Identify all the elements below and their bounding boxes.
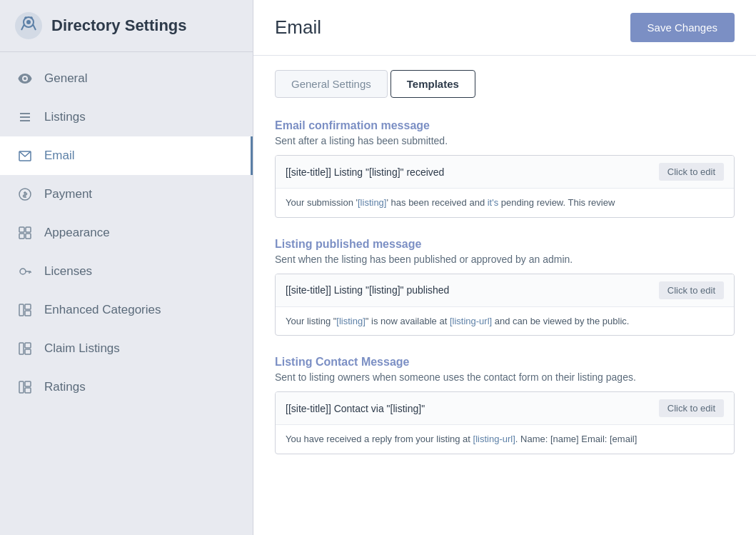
email-subject: [[site-title]] Contact via "[listing]" bbox=[286, 403, 425, 414]
sidebar-title: Directory Settings bbox=[51, 16, 187, 35]
email-subject: [[site-title]] Listing "[listing]" recei… bbox=[286, 166, 444, 178]
section-description: Sent when the listing has been published… bbox=[275, 254, 735, 265]
tab-general-settings[interactable]: General Settings bbox=[275, 70, 388, 98]
sidebar-item-email[interactable]: Email bbox=[0, 136, 253, 175]
section-title: Email confirmation message bbox=[275, 119, 735, 132]
sidebar-item-enhanced-categories[interactable]: Enhanced Categories bbox=[0, 291, 253, 329]
ratings-icon bbox=[17, 379, 33, 395]
sidebar-item-label: Licenses bbox=[44, 264, 92, 279]
grid-icon bbox=[17, 302, 33, 318]
sidebar: Directory Settings General Listings bbox=[0, 0, 253, 535]
svg-rect-12 bbox=[26, 227, 31, 232]
svg-rect-14 bbox=[26, 234, 31, 239]
email-preview-header: [[site-title]] Listing "[listing]" publi… bbox=[276, 274, 734, 307]
svg-point-2 bbox=[26, 20, 31, 24]
email-body-preview: Your submission '[listing]' has been rec… bbox=[276, 189, 734, 217]
sidebar-item-claim-listings[interactable]: Claim Listings bbox=[0, 329, 253, 368]
tabs-bar: General Settings Templates bbox=[253, 56, 756, 98]
claim-icon bbox=[17, 341, 33, 356]
gear-icon bbox=[17, 71, 33, 86]
tab-templates[interactable]: Templates bbox=[390, 70, 475, 98]
listing-contact-section: Listing Contact Message Sent to listing … bbox=[275, 356, 735, 454]
section-title: Listing Contact Message bbox=[275, 356, 735, 369]
app-logo bbox=[14, 11, 43, 40]
list-icon bbox=[17, 109, 33, 125]
svg-rect-13 bbox=[19, 234, 24, 239]
sidebar-item-payment[interactable]: Payment bbox=[0, 175, 253, 214]
svg-rect-23 bbox=[25, 343, 31, 348]
sidebar-item-general[interactable]: General bbox=[0, 59, 253, 98]
sidebar-item-label: Payment bbox=[44, 187, 92, 201]
sidebar-item-label: Ratings bbox=[44, 380, 86, 394]
click-to-edit-published[interactable]: Click to edit bbox=[659, 281, 724, 299]
sidebar-header: Directory Settings bbox=[0, 0, 253, 52]
key-icon bbox=[17, 264, 33, 279]
sidebar-item-label: Appearance bbox=[44, 226, 110, 240]
sidebar-item-appearance[interactable]: Appearance bbox=[0, 214, 253, 252]
svg-rect-26 bbox=[25, 381, 31, 386]
svg-point-0 bbox=[15, 12, 42, 39]
svg-rect-22 bbox=[19, 343, 24, 354]
sidebar-item-label: General bbox=[44, 71, 87, 86]
svg-rect-27 bbox=[25, 388, 31, 393]
listing-var: [listing] bbox=[336, 316, 365, 326]
email-subject: [[site-title]] Listing "[listing]" publi… bbox=[286, 284, 449, 296]
listing-var: [listing] bbox=[358, 197, 386, 208]
svg-rect-21 bbox=[25, 311, 31, 316]
svg-rect-25 bbox=[19, 381, 24, 393]
svg-rect-11 bbox=[19, 227, 24, 232]
email-preview-box-published: [[site-title]] Listing "[listing]" publi… bbox=[275, 274, 735, 336]
dollar-icon bbox=[17, 186, 33, 202]
content-area: Email confirmation message Sent after a … bbox=[253, 98, 756, 535]
email-preview-header: [[site-title]] Contact via "[listing]" C… bbox=[276, 392, 734, 425]
sidebar-item-label: Enhanced Categories bbox=[44, 303, 161, 317]
email-preview-header: [[site-title]] Listing "[listing]" recei… bbox=[276, 156, 734, 189]
sidebar-navigation: General Listings Email bbox=[0, 52, 253, 414]
click-to-edit-contact[interactable]: Click to edit bbox=[659, 399, 724, 417]
section-description: Sent after a listing has been submitted. bbox=[275, 135, 735, 146]
listing-published-section: Listing published message Sent when the … bbox=[275, 238, 735, 336]
svg-point-15 bbox=[20, 269, 26, 274]
email-preview-box-confirmation: [[site-title]] Listing "[listing]" recei… bbox=[275, 155, 735, 218]
svg-rect-19 bbox=[19, 304, 24, 316]
svg-rect-24 bbox=[25, 349, 31, 354]
save-button[interactable]: Save Changes bbox=[630, 13, 735, 42]
sidebar-item-listings[interactable]: Listings bbox=[0, 98, 253, 136]
envelope-icon bbox=[17, 148, 33, 164]
email-body-preview: You have received a reply from your list… bbox=[276, 425, 734, 454]
sidebar-item-label: Claim Listings bbox=[44, 341, 120, 356]
sidebar-item-label: Email bbox=[44, 149, 75, 163]
email-confirmation-section: Email confirmation message Sent after a … bbox=[275, 119, 735, 218]
listing-url-var: [listing-url] bbox=[450, 316, 492, 326]
email-body-preview: Your listing "[listing]" is now availabl… bbox=[276, 307, 734, 336]
appearance-icon bbox=[17, 225, 33, 241]
main-header: Email Save Changes bbox=[253, 0, 756, 56]
click-to-edit-confirmation[interactable]: Click to edit bbox=[659, 163, 724, 181]
section-title: Listing published message bbox=[275, 238, 735, 251]
sidebar-item-licenses[interactable]: Licenses bbox=[0, 252, 253, 291]
sidebar-item-ratings[interactable]: Ratings bbox=[0, 368, 253, 406]
section-description: Sent to listing owners when someone uses… bbox=[275, 371, 735, 383]
listing-url-var: [listing-url] bbox=[473, 434, 515, 444]
page-title: Email bbox=[275, 16, 321, 39]
email-preview-box-contact: [[site-title]] Contact via "[listing]" C… bbox=[275, 391, 735, 454]
main-content: Email Save Changes General Settings Temp… bbox=[253, 0, 756, 535]
sidebar-item-label: Listings bbox=[44, 110, 86, 124]
svg-rect-20 bbox=[25, 304, 31, 309]
its-text: it's bbox=[488, 197, 498, 208]
